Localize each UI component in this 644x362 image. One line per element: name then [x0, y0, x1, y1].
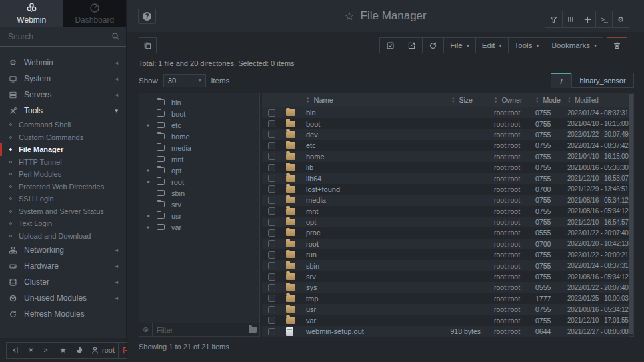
shell-button[interactable]: >_	[39, 343, 55, 358]
column-header-name[interactable]: ▲▼ Name	[306, 96, 431, 104]
file-name-link[interactable]: var	[306, 317, 431, 325]
file-row-lib64[interactable]: lib64 root:root 0755 2021/12/10 - 16:53:…	[262, 173, 629, 183]
row-checkbox[interactable]	[268, 317, 275, 324]
file-name-link[interactable]: boot	[306, 120, 431, 128]
tree-item-root[interactable]: ▸ root	[139, 176, 259, 187]
row-checkbox[interactable]	[268, 164, 275, 171]
open-share-button[interactable]	[401, 37, 423, 53]
file-row-mnt[interactable]: mnt root:root 0755 2021/08/16 - 05:34:12	[262, 206, 629, 217]
breadcrumb-root[interactable]: /	[551, 73, 571, 88]
tree-item-boot[interactable]: boot	[139, 108, 259, 119]
file-row-lib[interactable]: lib root:root 0755 2021/08/16 - 05:36:30	[262, 162, 629, 173]
file-name-link[interactable]: opt	[306, 218, 431, 226]
row-checkbox[interactable]	[268, 197, 275, 204]
expand-arrow-icon[interactable]: ▸	[145, 224, 153, 230]
tree-item-opt[interactable]: ▸ opt	[139, 165, 259, 176]
row-checkbox[interactable]	[268, 328, 275, 335]
sidebar-subitem-upload-and-download[interactable]: Upload and Download	[0, 230, 126, 243]
table-scrollbar[interactable]	[629, 93, 634, 337]
expand-arrow-icon[interactable]: ▸	[145, 213, 153, 219]
file-row-usr[interactable]: usr root:root 0755 2021/08/16 - 05:34:12	[262, 304, 629, 315]
column-header-size[interactable]: ▲▼ Size	[431, 96, 489, 104]
file-row-sbin[interactable]: sbin root:root 0755 2022/01/24 - 08:37:3…	[262, 260, 629, 271]
refresh-button[interactable]	[423, 37, 444, 53]
sidebar-item-cluster[interactable]: Cluster ◂	[0, 274, 126, 290]
tree-item-home[interactable]: home	[139, 131, 259, 142]
column-header-modified[interactable]: ▲▼ Modified	[562, 97, 629, 104]
file-name-link[interactable]: lost+found	[306, 185, 431, 193]
sidebar-item-tools[interactable]: Tools ▾	[0, 103, 126, 119]
show-count-select[interactable]: 30 ▾	[163, 74, 206, 87]
file-row-bin[interactable]: bin root:root 0755 2022/01/24 - 08:37:31	[262, 107, 629, 118]
usage-button[interactable]	[71, 343, 87, 358]
sidebar-item-webmin[interactable]: ⚙ Webmin ◂	[0, 55, 126, 71]
tree-filter-input[interactable]	[153, 326, 245, 334]
sidebar-item-un-used-modules[interactable]: Un-used Modules ◂	[0, 290, 126, 306]
column-header-mode[interactable]: ▲▼ Mode	[527, 96, 562, 104]
file-name-link[interactable]: lib64	[306, 175, 431, 183]
file-row-sys[interactable]: sys root:root 0555 2022/01/22 - 20:07:40	[262, 282, 629, 293]
file-name-link[interactable]: run	[306, 251, 431, 259]
file-name-link[interactable]: root	[306, 240, 431, 248]
file-row-tmp[interactable]: tmp root:root 1777 2022/01/25 - 10:00:03	[262, 293, 629, 304]
file-name-link[interactable]: media	[306, 196, 431, 204]
sidebar-subitem-perl-modules[interactable]: Perl Modules	[0, 168, 126, 181]
tab-dashboard[interactable]: Dashboard	[63, 0, 127, 27]
file-row-opt[interactable]: opt root:root 0755 2021/12/10 - 16:54:57	[262, 217, 629, 227]
file-name-link[interactable]: tmp	[306, 295, 431, 303]
tree-item-mnt[interactable]: mnt	[139, 153, 259, 165]
tree-item-usr[interactable]: ▸ usr	[139, 210, 259, 221]
file-name-link[interactable]: webmin-setup.out	[306, 327, 431, 335]
file-row-media[interactable]: media root:root 0755 2021/08/16 - 05:34:…	[262, 195, 629, 205]
file-row-srv[interactable]: srv root:root 0755 2021/08/16 - 05:34:12	[262, 271, 629, 282]
file-row-etc[interactable]: etc root:root 0755 2022/01/24 - 08:37:42	[262, 140, 629, 151]
file-name-link[interactable]: mnt	[306, 207, 431, 215]
column-header-owner[interactable]: ▲▼ Owner	[489, 96, 527, 104]
favorites-button[interactable]: ★	[55, 343, 71, 358]
sidebar-item-servers[interactable]: Servers ◂	[0, 87, 126, 103]
select-all-button[interactable]	[379, 37, 401, 53]
clear-filter-icon[interactable]: ⊗	[139, 323, 153, 336]
file-row-proc[interactable]: proc root:root 0555 2022/01/22 - 20:07:4…	[262, 227, 629, 238]
sidebar-subitem-file-manager[interactable]: File Manager	[0, 143, 126, 156]
copy-windows-button[interactable]	[139, 37, 157, 53]
favorite-star-icon[interactable]: ☆	[344, 9, 354, 23]
file-row-webmin-setup-out[interactable]: webmin-setup.out 918 bytes root:root 064…	[262, 326, 629, 337]
tree-item-etc[interactable]: ▸ etc	[139, 119, 259, 131]
sidebar-subitem-ssh-login[interactable]: SSH Login	[0, 193, 126, 205]
sidebar-subitem-custom-commands[interactable]: Custom Commands	[0, 131, 126, 144]
row-checkbox[interactable]	[268, 153, 275, 160]
file-name-link[interactable]: sys	[306, 283, 431, 291]
file-name-link[interactable]: sbin	[306, 262, 431, 270]
folder-filter-toggle[interactable]	[245, 323, 259, 336]
file-row-lost-found[interactable]: lost+found root:root 0700 2021/12/29 - 1…	[262, 184, 629, 195]
expand-arrow-icon[interactable]: ▸	[145, 167, 153, 173]
file-name-link[interactable]: usr	[306, 305, 431, 313]
file-name-link[interactable]: bin	[306, 109, 431, 117]
terminal-button[interactable]: >_	[595, 11, 612, 27]
file-name-link[interactable]: lib	[306, 163, 431, 171]
file-row-root[interactable]: root root:root 0700 2022/01/20 - 10:42:1…	[262, 239, 629, 249]
file-name-link[interactable]: home	[306, 153, 431, 161]
sidebar-subitem-system-and-server-status[interactable]: System and Server Status	[0, 205, 126, 218]
collapse-sidebar-button[interactable]	[7, 343, 23, 358]
tree-item-var[interactable]: ▸ var	[139, 221, 259, 233]
theme-toggle-button[interactable]: ☀	[23, 343, 39, 358]
row-checkbox[interactable]	[268, 251, 275, 259]
row-checkbox[interactable]	[268, 185, 275, 193]
tab-webmin[interactable]: Webmin	[0, 0, 63, 27]
columns-button[interactable]	[562, 11, 579, 27]
file-row-boot[interactable]: boot root:root 0755 2021/04/10 - 16:15:0…	[262, 118, 629, 129]
row-checkbox[interactable]	[268, 131, 275, 138]
tree-item-srv[interactable]: srv	[139, 199, 259, 210]
sidebar-item-networking[interactable]: Networking ◂	[0, 242, 126, 258]
tools-menu-button[interactable]: Tools▾	[509, 37, 546, 53]
row-checkbox[interactable]	[268, 306, 275, 313]
sidebar-subitem-protected-web-directories[interactable]: Protected Web Directories	[0, 181, 126, 193]
sidebar-item-system[interactable]: System ◂	[0, 71, 126, 87]
settings-button[interactable]: ⚙	[612, 11, 629, 27]
expand-arrow-icon[interactable]: ▸	[145, 179, 153, 185]
trash-button[interactable]	[607, 37, 627, 53]
create-button[interactable]	[579, 11, 595, 27]
search-input[interactable]	[8, 32, 111, 41]
